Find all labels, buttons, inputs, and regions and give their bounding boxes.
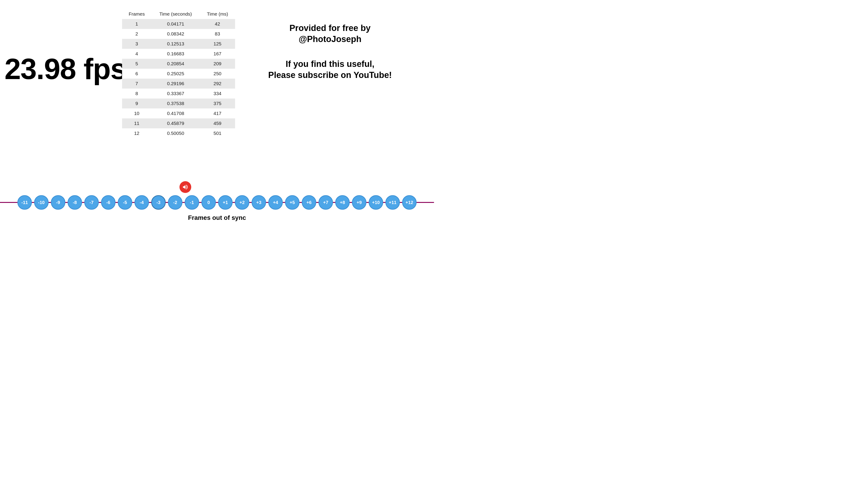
cell-seconds: 0.45879: [151, 119, 200, 128]
cell-frame: 4: [122, 49, 151, 59]
timeline-container: -11-10-9-8-7-6-5-4-3-2-10+1+2+3+4+5+6+7+…: [0, 181, 434, 221]
cell-seconds: 0.50050: [151, 128, 200, 138]
sound-icon-wrapper: [180, 181, 191, 193]
col-header-frames: Frames: [122, 9, 151, 19]
cell-seconds: 0.41708: [151, 108, 200, 119]
cell-seconds: 0.08342: [151, 29, 200, 39]
cell-ms: 83: [200, 29, 235, 39]
frame-circle[interactable]: -10: [34, 195, 49, 210]
cell-frame: 7: [122, 78, 151, 89]
cell-ms: 375: [200, 98, 235, 108]
cell-frame: 9: [122, 98, 151, 108]
cell-frame: 12: [122, 128, 151, 138]
table-row: 90.37538375: [122, 98, 235, 108]
cell-ms: 459: [200, 119, 235, 128]
cell-frame: 8: [122, 89, 151, 98]
table-row: 10.0417142: [122, 19, 235, 29]
frame-circle[interactable]: -3: [151, 195, 166, 210]
frame-time-table: Frames Time (seconds) Time (ms) 10.04171…: [122, 9, 235, 138]
frame-circle[interactable]: 0: [202, 195, 216, 210]
frame-circle[interactable]: +4: [268, 195, 283, 210]
frame-circle[interactable]: +10: [369, 195, 383, 210]
cell-frame: 3: [122, 39, 151, 49]
frame-circle[interactable]: +5: [285, 195, 300, 210]
right-panel: Provided for free by@PhotoJoseph If you …: [262, 23, 398, 81]
cell-ms: 167: [200, 49, 235, 59]
cell-seconds: 0.33367: [151, 89, 200, 98]
cell-frame: 11: [122, 119, 151, 128]
table-row: 120.50050501: [122, 128, 235, 138]
cell-ms: 334: [200, 89, 235, 98]
cell-frame: 5: [122, 59, 151, 69]
frame-circle[interactable]: +8: [335, 195, 350, 210]
frame-circle[interactable]: +6: [302, 195, 316, 210]
cell-ms: 250: [200, 69, 235, 78]
frame-circle[interactable]: -2: [168, 195, 182, 210]
cell-ms: 417: [200, 108, 235, 119]
table-row: 110.45879459: [122, 119, 235, 128]
subscribe-text: If you find this useful,Please subscribe…: [262, 59, 398, 81]
cell-seconds: 0.16683: [151, 49, 200, 59]
frame-circle[interactable]: -7: [84, 195, 99, 210]
cell-seconds: 0.25025: [151, 69, 200, 78]
table-row: 70.29196292: [122, 78, 235, 89]
cell-frame: 6: [122, 69, 151, 78]
cell-ms: 209: [200, 59, 235, 69]
table-row: 60.25025250: [122, 69, 235, 78]
frame-circle[interactable]: +12: [402, 195, 416, 210]
table-row: 50.20854209: [122, 59, 235, 69]
frame-circle[interactable]: +2: [235, 195, 249, 210]
frame-circle[interactable]: -5: [118, 195, 132, 210]
cell-ms: 501: [200, 128, 235, 138]
frames-out-of-sync-label: Frames out of sync: [188, 214, 246, 221]
cell-frame: 1: [122, 19, 151, 29]
frame-circle[interactable]: -6: [101, 195, 116, 210]
cell-ms: 42: [200, 19, 235, 29]
table-row: 100.41708417: [122, 108, 235, 119]
table-row: 40.16683167: [122, 49, 235, 59]
cell-ms: 125: [200, 39, 235, 49]
cell-seconds: 0.29196: [151, 78, 200, 89]
cell-frame: 10: [122, 108, 151, 119]
frame-circle[interactable]: +3: [252, 195, 266, 210]
cell-ms: 292: [200, 78, 235, 89]
table-row: 30.12513125: [122, 39, 235, 49]
col-header-seconds: Time (seconds): [151, 9, 200, 19]
frame-circle[interactable]: +1: [218, 195, 232, 210]
frame-circle[interactable]: +11: [385, 195, 400, 210]
cell-seconds: 0.20854: [151, 59, 200, 69]
frame-circle[interactable]: -11: [18, 195, 32, 210]
col-header-ms: Time (ms): [200, 9, 235, 19]
table-row: 20.0834283: [122, 29, 235, 39]
cell-seconds: 0.12513: [151, 39, 200, 49]
cell-seconds: 0.04171: [151, 19, 200, 29]
frames-row: -11-10-9-8-7-6-5-4-3-2-10+1+2+3+4+5+6+7+…: [18, 195, 416, 210]
speaker-icon: [182, 184, 188, 190]
cell-frame: 2: [122, 29, 151, 39]
timeline-track: -11-10-9-8-7-6-5-4-3-2-10+1+2+3+4+5+6+7+…: [0, 195, 434, 210]
frame-circle[interactable]: -8: [68, 195, 82, 210]
frame-circle[interactable]: -1: [185, 195, 199, 210]
frame-circle[interactable]: +9: [352, 195, 366, 210]
frame-circle[interactable]: +7: [318, 195, 333, 210]
sound-icon: [180, 181, 191, 193]
fps-value: 23.98 fps: [4, 52, 126, 86]
table-row: 80.33367334: [122, 89, 235, 98]
frame-circle[interactable]: -4: [134, 195, 149, 210]
provided-text: Provided for free by@PhotoJoseph: [262, 23, 398, 45]
frame-circle[interactable]: -9: [51, 195, 65, 210]
cell-seconds: 0.37538: [151, 98, 200, 108]
